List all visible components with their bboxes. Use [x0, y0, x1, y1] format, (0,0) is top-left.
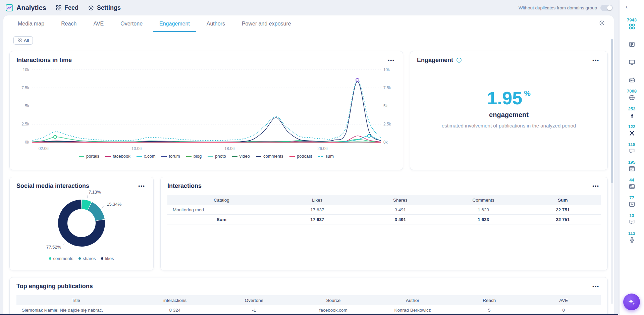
- legend-swatch: [137, 156, 142, 157]
- column-header-sum[interactable]: Sum: [525, 195, 601, 205]
- nav-settings[interactable]: Settings: [88, 4, 121, 11]
- scrollbar[interactable]: [611, 39, 613, 304]
- sidebar-source-x[interactable]: 122: [620, 119, 644, 137]
- gear-icon: [88, 5, 94, 11]
- donut-legend-item-shares[interactable]: shares: [78, 256, 96, 261]
- card-title: Interactions in time: [16, 57, 72, 64]
- sidebar-source-forum[interactable]: 118: [620, 137, 644, 154]
- tab-media-map[interactable]: Media map: [9, 15, 53, 32]
- legend-label: video: [239, 154, 250, 159]
- sidebar-source-podcast[interactable]: 113: [620, 225, 644, 243]
- legend-label: sum: [325, 154, 334, 159]
- cell-likes: 17 637: [276, 205, 359, 215]
- legend-item-portals[interactable]: portals: [79, 154, 99, 159]
- legend-item-facebook[interactable]: facebook: [105, 154, 130, 159]
- cell-shares: 3 491: [359, 205, 442, 215]
- ai-assistant-button[interactable]: [623, 294, 640, 310]
- column-header-likes[interactable]: Likes: [276, 195, 359, 205]
- social-donut-chart[interactable]: 7.13%15.34%77.52%: [31, 190, 132, 257]
- analytics-logo-icon: [5, 4, 13, 12]
- legend-item-x.com[interactable]: x.com: [137, 154, 156, 159]
- donut-legend-item-likes[interactable]: likes: [101, 256, 114, 261]
- sidebar-source-comments[interactable]: 13: [620, 208, 644, 225]
- globe-icon: [629, 94, 635, 101]
- bottom-edge: [0, 314, 618, 315]
- duplicates-toggle[interactable]: [600, 5, 613, 11]
- column-header-ave[interactable]: AVE: [527, 295, 601, 305]
- legend-item-photo[interactable]: photo: [208, 154, 226, 159]
- tab-reach[interactable]: Reach: [53, 15, 85, 32]
- grid-small-icon: [17, 38, 22, 43]
- column-header-title[interactable]: Title: [16, 295, 135, 305]
- nav-feed[interactable]: Feed: [56, 4, 78, 11]
- legend-label: photo: [215, 154, 226, 159]
- card-menu-button[interactable]: [137, 183, 147, 190]
- tab-overtone[interactable]: Overtone: [112, 15, 151, 32]
- sidebar-source-facebook[interactable]: 253: [620, 101, 644, 119]
- legend-swatch: [208, 156, 213, 157]
- tab-label: Overtone: [120, 21, 143, 27]
- sparkles-icon: [627, 298, 636, 307]
- tab-authors[interactable]: Authors: [198, 15, 233, 32]
- facebook-icon: [629, 112, 635, 119]
- podcast-icon: [629, 237, 635, 243]
- top-publications-table: Title interactions Overtone Source Autho…: [16, 295, 601, 315]
- filter-all-label: All: [24, 38, 29, 43]
- column-header-interactions[interactable]: interactions: [135, 295, 214, 305]
- sidebar-source-all[interactable]: 7943: [620, 12, 644, 30]
- sidebar-source-blog[interactable]: 195: [620, 154, 644, 172]
- card-menu-button[interactable]: [591, 283, 601, 290]
- legend-swatch: [318, 156, 323, 157]
- legend-swatch: [161, 156, 167, 157]
- legend-label: portals: [86, 154, 99, 159]
- scrollbar-thumb[interactable]: [611, 39, 613, 183]
- tab-power-and-exposure[interactable]: Power and exposure: [233, 15, 300, 32]
- legend-item-blog[interactable]: blog: [186, 154, 202, 159]
- card-menu-button[interactable]: [591, 183, 601, 190]
- sidebar-source-press[interactable]: [620, 30, 644, 48]
- sidebar-source-tv[interactable]: [620, 48, 644, 65]
- legend-item-forum[interactable]: forum: [161, 154, 180, 159]
- sidebar-source-photo[interactable]: 44: [620, 172, 644, 190]
- sidebar-source-internet[interactable]: 7008: [620, 83, 644, 101]
- legend-item-podcast[interactable]: podcast: [289, 154, 312, 159]
- svg-text:02.06: 02.06: [39, 146, 49, 151]
- column-header-shares[interactable]: Shares: [359, 195, 442, 205]
- legend-item-comments[interactable]: comments: [256, 154, 283, 159]
- engagement-unit: %: [524, 90, 531, 97]
- column-header-author[interactable]: Author: [373, 295, 452, 305]
- legend-item-video[interactable]: video: [232, 154, 250, 159]
- footer-likes: 17 637: [276, 215, 359, 224]
- source-count: 118: [628, 142, 635, 147]
- svg-text:15.34%: 15.34%: [107, 202, 122, 207]
- card-title: Interactions: [167, 182, 202, 190]
- column-header-source[interactable]: Source: [294, 295, 373, 305]
- sidebar-source-video[interactable]: 77: [620, 190, 644, 208]
- tab-ave[interactable]: AVE: [85, 15, 112, 32]
- interactions-line-chart[interactable]: 0k0k2.5k2.5k5k5k7.5k7.5k10k10k02.0610.06…: [16, 66, 396, 152]
- column-header-overtone[interactable]: Overtone: [215, 295, 294, 305]
- card-title: Engagement: [417, 57, 453, 64]
- source-count: 7943: [627, 17, 637, 23]
- column-header-comments[interactable]: Comments: [442, 195, 525, 205]
- interactions-card: Interactions Catalog Likes Shares Commen…: [160, 177, 608, 270]
- dashboard-settings-gear-icon[interactable]: [599, 20, 605, 26]
- tab-engagement[interactable]: Engagement: [151, 15, 198, 32]
- donut-legend-item-comments[interactable]: comments: [49, 256, 73, 261]
- card-title: Social media interactions: [16, 182, 89, 190]
- nav-feed-label: Feed: [64, 4, 78, 11]
- card-menu-button[interactable]: [386, 57, 396, 64]
- column-header-catalog[interactable]: Catalog: [167, 195, 276, 205]
- sidebar-collapse-button[interactable]: [626, 3, 628, 12]
- blog-icon: [629, 165, 635, 172]
- filter-all-button[interactable]: All: [13, 36, 33, 45]
- cell-catalog[interactable]: Monitoring med...: [167, 205, 276, 215]
- legend-item-sum[interactable]: sum: [318, 154, 334, 159]
- source-count: 113: [628, 230, 635, 236]
- info-icon[interactable]: [456, 57, 462, 63]
- column-header-reach[interactable]: Reach: [452, 295, 526, 305]
- sidebar-source-radio[interactable]: [620, 65, 644, 83]
- brand-analytics[interactable]: Analytics: [5, 4, 46, 12]
- card-menu-button[interactable]: [591, 57, 601, 64]
- footer-label: Sum: [167, 215, 276, 224]
